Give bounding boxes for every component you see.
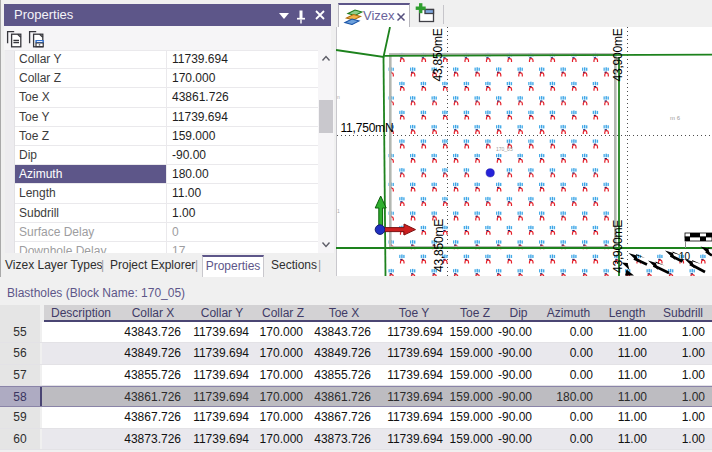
svg-text:43,900mE: 43,900mE	[611, 220, 625, 273]
svg-text:m 6: m 6	[670, 115, 681, 121]
svg-text:43,850mE: 43,850mE	[431, 28, 445, 81]
svg-text:11,750mN: 11,750mN	[341, 121, 394, 135]
svg-text:n: n	[337, 94, 340, 100]
svg-text:1: 1	[337, 208, 340, 214]
svg-text:43,850mE: 43,850mE	[432, 219, 446, 272]
svg-text:43,900mE: 43,900mE	[611, 28, 625, 81]
svg-text:170_05: 170_05	[496, 146, 513, 152]
